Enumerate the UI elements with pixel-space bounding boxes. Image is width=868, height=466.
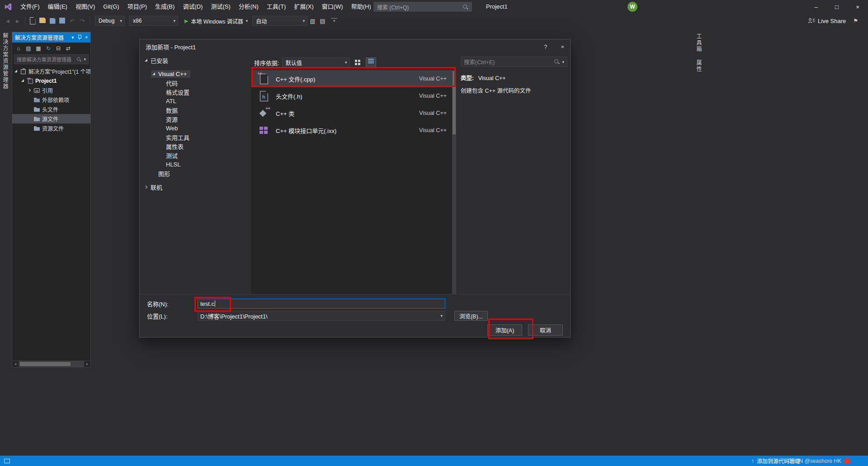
sort-by-dropdown[interactable]: 默认值 ▾ xyxy=(282,57,350,67)
menu-item[interactable]: 文件(F) xyxy=(16,0,44,14)
tree-expander-icon[interactable] xyxy=(160,108,164,112)
menu-item[interactable]: 扩展(X) xyxy=(290,0,317,14)
tree-expander-icon[interactable] xyxy=(160,126,164,130)
menu-item[interactable]: 生成(B) xyxy=(151,0,179,14)
list-view-button[interactable] xyxy=(366,57,376,68)
tree-row[interactable]: 头文件 xyxy=(12,105,90,114)
switch-views-icon[interactable]: ▤ xyxy=(24,44,33,53)
minimize-button[interactable]: – xyxy=(806,0,826,14)
tree-expander-icon[interactable] xyxy=(28,117,32,121)
solution-explorer-search-input[interactable]: 搜索解决方案资源管理器 ▾ xyxy=(14,54,89,64)
configuration-dropdown[interactable]: Debug ▾ xyxy=(95,16,125,26)
scroll-left-icon[interactable]: ◂ xyxy=(12,362,19,366)
name-input[interactable]: test.c xyxy=(198,299,445,309)
live-share-button[interactable]: Live Share xyxy=(808,18,846,24)
tree-expander-icon[interactable] xyxy=(28,126,32,130)
scroll-right-icon[interactable]: ▸ xyxy=(84,362,90,366)
category-item[interactable]: 图形 xyxy=(140,169,251,178)
pending-changes-filter-icon[interactable]: ▦ xyxy=(34,44,43,53)
tree-expander-icon[interactable] xyxy=(160,117,164,121)
browse-button[interactable]: 浏览(B)... xyxy=(454,311,488,321)
cancel-button[interactable]: 取消 xyxy=(528,324,563,336)
template-search-input[interactable]: 搜索(Ctrl+E) ▾ xyxy=(461,57,567,67)
dialog-help-button[interactable]: ? xyxy=(544,43,547,50)
tree-row[interactable]: 引用 xyxy=(12,86,90,95)
grid-view-button[interactable] xyxy=(353,57,363,68)
menu-item[interactable]: 编辑(E) xyxy=(44,0,71,14)
tree-expander-icon[interactable] xyxy=(160,135,164,139)
menu-item[interactable]: 测试(S) xyxy=(207,0,234,14)
tree-expander-icon[interactable] xyxy=(14,69,18,73)
tree-row[interactable]: 资源文件 xyxy=(12,124,90,133)
find-in-files-icon[interactable]: ▤ xyxy=(317,16,327,26)
menu-item[interactable]: 帮助(H) xyxy=(347,0,375,14)
tree-row[interactable]: 源文件 xyxy=(12,114,90,124)
tree-expander-icon[interactable] xyxy=(144,185,148,189)
category-item[interactable]: 属性表 xyxy=(140,142,251,151)
toolbar-overflow-button[interactable]: ▾ xyxy=(331,18,337,24)
navigate-back-icon[interactable]: ◄ xyxy=(3,16,13,26)
undo-icon[interactable]: ↶ xyxy=(67,16,77,26)
navigate-forward-icon[interactable]: ► xyxy=(13,16,23,26)
category-item[interactable]: Visual C++ xyxy=(140,69,251,78)
tree-row[interactable]: Project1 xyxy=(12,76,90,86)
sync-with-active-document-icon[interactable]: ⇄ xyxy=(64,44,73,53)
tree-expander-icon[interactable] xyxy=(152,171,156,176)
pin-icon[interactable] xyxy=(77,35,81,40)
tree-expander-icon[interactable] xyxy=(160,81,164,85)
window-position-chevron-icon[interactable]: ▾ xyxy=(71,35,74,40)
category-item[interactable]: 测试 xyxy=(140,151,251,160)
tree-row[interactable]: 外部依赖项 xyxy=(12,95,90,105)
save-icon[interactable] xyxy=(47,16,57,26)
dialog-close-button[interactable]: × xyxy=(561,43,564,50)
menu-item[interactable]: 窗口(W) xyxy=(318,0,347,14)
tree-expander-icon[interactable] xyxy=(160,90,164,94)
redo-icon[interactable]: ↷ xyxy=(77,16,87,26)
tree-expander-icon[interactable] xyxy=(160,162,164,166)
maximize-button[interactable]: □ xyxy=(826,0,847,14)
menu-item[interactable]: 调试(D) xyxy=(179,0,207,14)
category-item[interactable]: Web xyxy=(140,124,251,133)
profiler-icon[interactable]: ▥ xyxy=(307,16,317,26)
template-item[interactable]: C++ 文件(.cpp) Visual C++ xyxy=(251,70,452,87)
home-icon[interactable]: ⌂ xyxy=(14,44,23,53)
tree-expander-icon[interactable] xyxy=(28,98,32,102)
category-item[interactable]: 数据 xyxy=(140,105,251,114)
category-item[interactable]: ATL xyxy=(140,96,251,105)
menu-item[interactable]: 分析(N) xyxy=(235,0,263,14)
horizontal-scrollbar[interactable]: ◂ ▸ xyxy=(12,361,90,367)
platform-dropdown[interactable]: x86 ▾ xyxy=(129,16,178,26)
category-item[interactable]: 实用工具 xyxy=(140,133,251,142)
refresh-icon[interactable]: ↻ xyxy=(44,44,53,53)
scrollbar-thumb[interactable] xyxy=(20,362,71,366)
template-item[interactable]: C++ 类 Visual C++ xyxy=(251,105,452,122)
autohide-tab[interactable]: 工具箱 xyxy=(695,33,703,52)
start-debugging-button[interactable]: ▶ 本地 Windows 调试器 ▾ xyxy=(184,17,248,25)
menu-item[interactable]: 项目(P) xyxy=(123,0,151,14)
template-item[interactable]: C++ 模块接口单元(.ixx) Visual C++ xyxy=(251,122,452,139)
feedback-icon[interactable]: ⚑ xyxy=(853,18,858,24)
open-folder-icon[interactable] xyxy=(38,16,47,26)
tree-expander-icon[interactable] xyxy=(152,72,156,76)
add-button[interactable]: 添加(A) xyxy=(487,324,522,336)
tree-expander-icon[interactable] xyxy=(28,88,32,92)
save-all-icon[interactable] xyxy=(57,16,67,26)
tree-expander-icon[interactable] xyxy=(160,144,164,148)
location-dropdown[interactable]: D:\博客\Project1\Project1\ ▾ xyxy=(198,311,445,321)
quick-search-input[interactable]: 搜索 (Ctrl+Q) xyxy=(373,2,472,12)
close-window-button[interactable]: × xyxy=(847,0,868,14)
tree-expander-icon[interactable] xyxy=(160,153,164,157)
tree-expander-icon[interactable] xyxy=(21,79,25,83)
left-autohide-tab-solution-explorer[interactable]: 解决方案资源管理器 xyxy=(1,33,9,90)
tree-expander-icon[interactable] xyxy=(160,99,164,103)
tree-expander-icon[interactable] xyxy=(144,58,148,62)
category-item[interactable]: 联机 xyxy=(140,182,251,191)
solution-explorer-header[interactable]: 解决方案资源管理器 ▾ × xyxy=(12,32,90,43)
close-panel-icon[interactable]: × xyxy=(85,35,88,40)
tree-row[interactable]: 解决方案"Project1"(1 个项 xyxy=(12,67,90,76)
menu-item[interactable]: Git(G) xyxy=(99,0,123,14)
category-item[interactable]: 已安装 xyxy=(140,56,251,65)
scrollbar-thumb[interactable] xyxy=(453,71,456,134)
category-item[interactable]: 代码 xyxy=(140,78,251,87)
new-file-icon[interactable] xyxy=(28,16,38,26)
